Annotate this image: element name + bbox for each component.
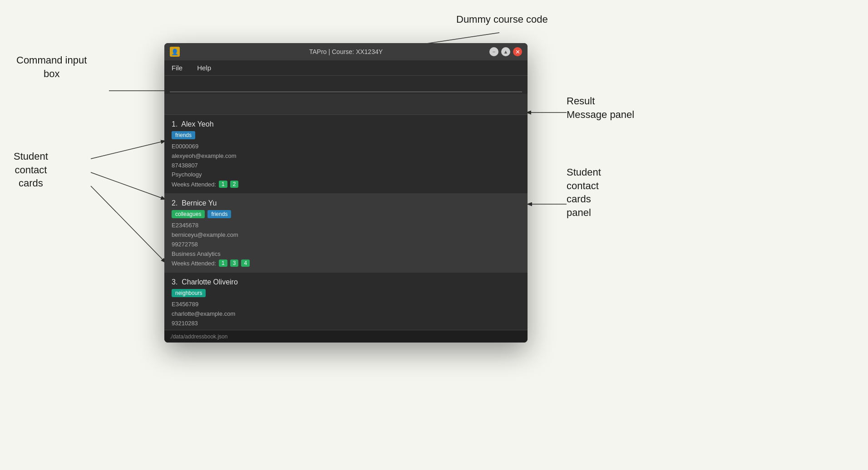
student-contact-cards-annotation: Studentcontactcards	[14, 150, 48, 190]
student-card-2[interactable]: 2. Bernice Yu colleagues friends E234567…	[164, 194, 528, 273]
status-text: ./data/addressbook.json	[170, 333, 227, 340]
student-contact-cards-panel-annotation: Studentcontactcardspanel	[567, 166, 601, 220]
dummy-course-code-annotation: Dummy course code	[456, 13, 548, 26]
maximize-button[interactable]: ▲	[501, 47, 510, 56]
menu-bar: File Help	[164, 60, 528, 76]
minimize-button[interactable]: −	[489, 47, 498, 56]
window-title: TAPro | Course: XX1234Y	[309, 48, 383, 55]
student-name-1: 1. Alex Yeoh	[172, 120, 520, 128]
weeks-row-2: Weeks Attended: 1 3 4	[172, 259, 520, 267]
status-bar: ./data/addressbook.json	[164, 330, 528, 343]
tags-row-1: friends	[172, 131, 520, 139]
menu-help[interactable]: Help	[194, 62, 214, 73]
title-bar: 👤 TAPro | Course: XX1234Y − ▲ ✕	[164, 43, 528, 60]
student-cards-panel[interactable]: 1. Alex Yeoh friends E0000069 alexyeoh@e…	[164, 115, 528, 330]
tag-colleagues-2: colleagues	[172, 210, 205, 218]
window-controls: − ▲ ✕	[489, 47, 522, 56]
svg-line-6	[91, 186, 166, 263]
tag-friends-1: friends	[172, 131, 195, 139]
student-card-3[interactable]: 3. Charlotte Oliveiro neighbours E345678…	[164, 273, 528, 330]
weeks-row-1: Weeks Attended: 1 2	[172, 181, 520, 188]
tags-row-3: neighbours	[172, 289, 520, 297]
tag-neighbours-3: neighbours	[172, 289, 206, 297]
student-card-1[interactable]: 1. Alex Yeoh friends E0000069 alexyeoh@e…	[164, 115, 528, 194]
tags-row-2: colleagues friends	[172, 210, 520, 218]
weeks-label-2: Weeks Attended:	[172, 260, 216, 267]
week-badge-1-1: 1	[219, 181, 227, 188]
week-badge-2-2: 3	[230, 259, 239, 267]
svg-line-4	[91, 141, 166, 159]
close-button[interactable]: ✕	[513, 47, 522, 56]
command-input-box-annotation: Command inputbox	[16, 54, 87, 80]
week-badge-1-2: 2	[230, 181, 239, 188]
menu-file[interactable]: File	[169, 62, 185, 73]
student-name-3: 3. Charlotte Oliveiro	[172, 278, 520, 286]
student-info-2: E2345678 berniceyu@example.com 99272758 …	[172, 221, 520, 259]
tag-friends-2: friends	[207, 210, 231, 218]
student-info-1: E0000069 alexyeoh@example.com 87438807 P…	[172, 142, 520, 180]
svg-line-5	[91, 172, 166, 200]
command-input-area	[164, 76, 528, 94]
app-icon: 👤	[170, 47, 180, 57]
result-message-panel-annotation: ResultMessage panel	[567, 94, 634, 121]
student-name-2: 2. Bernice Yu	[172, 199, 520, 207]
week-badge-2-3: 4	[241, 259, 250, 267]
weeks-label-1: Weeks Attended:	[172, 181, 216, 188]
result-message-panel	[164, 94, 528, 115]
week-badge-2-1: 1	[219, 259, 227, 267]
app-window: 👤 TAPro | Course: XX1234Y − ▲ ✕ File Hel…	[164, 43, 528, 343]
command-input[interactable]	[170, 79, 522, 92]
student-info-3: E3456789 charlotte@example.com 93210283 …	[172, 300, 520, 330]
